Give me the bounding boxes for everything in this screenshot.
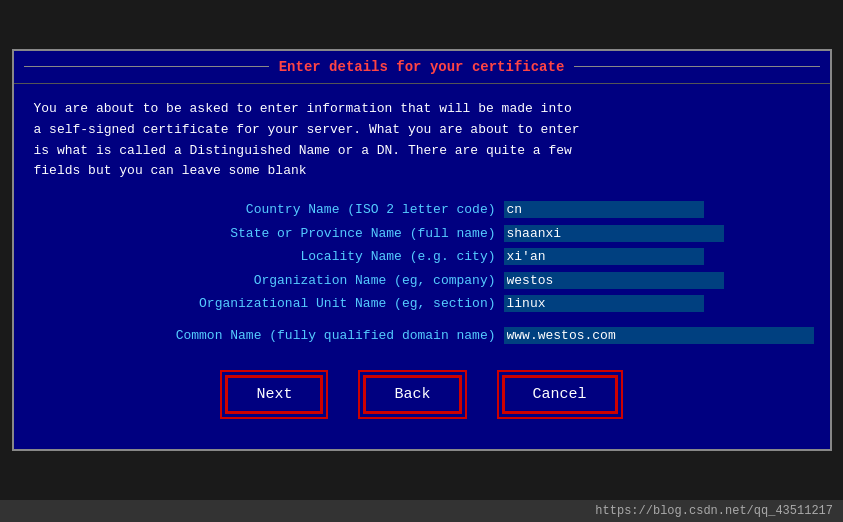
common-name-row: Common Name (fully qualified domain name… bbox=[34, 326, 810, 346]
desc-line1: You are about to be asked to enter infor… bbox=[34, 99, 810, 120]
field-label-3: Organization Name (eg, company) bbox=[34, 271, 504, 291]
terminal-background: Enter details for your certificate You a… bbox=[0, 0, 843, 500]
field-input-1[interactable] bbox=[504, 225, 724, 242]
dialog-box: Enter details for your certificate You a… bbox=[12, 49, 832, 451]
desc-line3: is what is called a Distinguished Name o… bbox=[34, 141, 810, 162]
form-section: Country Name (ISO 2 letter code)State or… bbox=[34, 200, 810, 345]
field-row-2: Locality Name (e.g. city) bbox=[34, 247, 810, 267]
field-input-3[interactable] bbox=[504, 272, 724, 289]
field-label-2: Locality Name (e.g. city) bbox=[34, 247, 504, 267]
dialog-content: You are about to be asked to enter infor… bbox=[14, 84, 830, 449]
field-row-0: Country Name (ISO 2 letter code) bbox=[34, 200, 810, 220]
field-row-3: Organization Name (eg, company) bbox=[34, 271, 810, 291]
field-label-0: Country Name (ISO 2 letter code) bbox=[34, 200, 504, 220]
field-input-4[interactable] bbox=[504, 295, 704, 312]
next-button[interactable]: Next bbox=[225, 375, 323, 414]
dialog-title: Enter details for your certificate bbox=[279, 59, 565, 75]
field-input-0[interactable] bbox=[504, 201, 704, 218]
field-input-2[interactable] bbox=[504, 248, 704, 265]
common-name-input[interactable] bbox=[504, 327, 814, 344]
cancel-button[interactable]: Cancel bbox=[502, 375, 618, 414]
dialog-title-bar: Enter details for your certificate bbox=[14, 51, 830, 84]
field-row-1: State or Province Name (full name) bbox=[34, 224, 810, 244]
field-label-4: Organizational Unit Name (eg, section) bbox=[34, 294, 504, 314]
status-url: https://blog.csdn.net/qq_43511217 bbox=[595, 504, 833, 518]
field-row-4: Organizational Unit Name (eg, section) bbox=[34, 294, 810, 314]
back-button[interactable]: Back bbox=[363, 375, 461, 414]
status-bar: https://blog.csdn.net/qq_43511217 bbox=[0, 500, 843, 522]
description-text: You are about to be asked to enter infor… bbox=[34, 99, 810, 182]
desc-line2: a self-signed certificate for your serve… bbox=[34, 120, 810, 141]
field-label-1: State or Province Name (full name) bbox=[34, 224, 504, 244]
common-name-label: Common Name (fully qualified domain name… bbox=[34, 326, 504, 346]
button-row: Next Back Cancel bbox=[34, 365, 810, 434]
desc-line4: fields but you can leave some blank bbox=[34, 161, 810, 182]
